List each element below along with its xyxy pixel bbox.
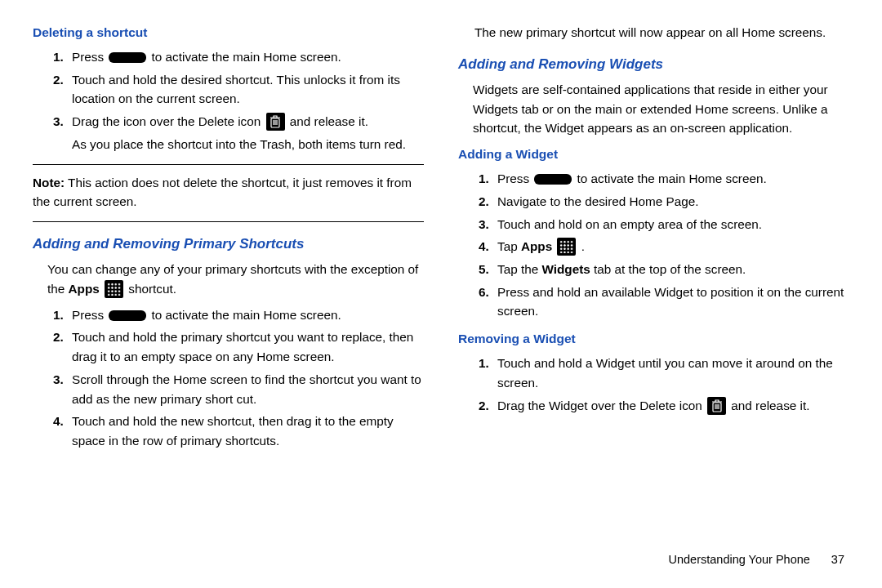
intro-text: You can change any of your primary short…: [47, 262, 418, 296]
step-note: As you place the shortcut into the Trash…: [72, 135, 424, 154]
list-item: Navigate to the desired Home Page.: [492, 192, 849, 212]
step-text: Press: [72, 50, 107, 64]
page-footer: Understanding Your Phone 37: [33, 550, 849, 568]
list-item: Press to activate the main Home screen.: [492, 169, 849, 189]
remove-widget-steps: Touch and hold a Widget until you can mo…: [458, 354, 849, 415]
trash-icon: [707, 397, 726, 415]
list-item: Press to activate the main Home screen.: [67, 47, 424, 67]
step-text: to activate the main Home screen.: [573, 172, 766, 185]
heading-primary-shortcuts: Adding and Removing Primary Shortcuts: [33, 234, 424, 255]
step-text: Drag the icon over the Delete icon: [72, 114, 265, 128]
list-item: Tap Apps .: [492, 237, 849, 256]
divider: [33, 164, 424, 165]
footer-section: Understanding Your Phone: [668, 553, 809, 566]
step-text: .: [577, 239, 585, 253]
list-item: Touch and hold the primary shortcut you …: [67, 327, 424, 366]
heading-adding-widget: Adding a Widget: [458, 145, 849, 164]
apps-grid-icon: [105, 280, 123, 298]
intro-text: shortcut.: [125, 282, 176, 296]
note-label: Note:: [33, 176, 65, 189]
note: Note: This action does not delete the sh…: [33, 173, 424, 212]
right-column: The new primary shortcut will now appear…: [458, 20, 849, 542]
list-item: Touch and hold the new shortcut, then dr…: [67, 412, 424, 450]
primary-shortcut-steps: Press to activate the main Home screen. …: [33, 305, 424, 451]
step-text: Tap the: [497, 262, 541, 276]
list-item: Scroll through the Home screen to find t…: [67, 370, 424, 408]
list-item: Tap the Widgets tab at the top of the sc…: [492, 260, 849, 279]
step-text: Drag the Widget over the Delete icon: [497, 399, 706, 412]
step-text: tab at the top of the screen.: [590, 262, 746, 276]
list-item: Touch and hold a Widget until you can mo…: [492, 354, 849, 392]
widgets-intro: Widgets are self-contained applications …: [473, 80, 849, 138]
step-text: to activate the main Home screen.: [148, 308, 341, 322]
step-text: to activate the main Home screen.: [148, 50, 341, 64]
apps-label: Apps: [69, 282, 100, 296]
list-item: Drag the icon over the Delete icon and r…: [67, 112, 424, 154]
list-item: Press to activate the main Home screen.: [67, 305, 424, 325]
page-number: 37: [831, 550, 844, 568]
delete-shortcut-steps: Press to activate the main Home screen. …: [33, 47, 424, 154]
step-text: Tap: [497, 239, 521, 253]
list-item: Touch and hold on an empty area of the s…: [492, 215, 849, 234]
home-button-icon: [109, 52, 146, 63]
continuation-text: The new primary shortcut will now appear…: [474, 23, 849, 42]
step-text: and release it.: [728, 399, 809, 412]
left-column: Deleting a shortcut Press to activate th…: [33, 20, 424, 542]
list-item: Touch and hold the desired shortcut. Thi…: [67, 70, 424, 109]
heading-widgets: Adding and Removing Widgets: [458, 54, 849, 75]
divider: [33, 221, 424, 222]
add-widget-steps: Press to activate the main Home screen. …: [458, 169, 849, 321]
note-text: This action does not delete the shortcut…: [33, 176, 412, 209]
home-button-icon: [534, 174, 572, 185]
apps-label: Apps: [521, 239, 552, 253]
list-item: Press and hold an available Widget to po…: [492, 283, 849, 321]
home-button-icon: [109, 310, 146, 321]
primary-intro: You can change any of your primary short…: [47, 260, 424, 298]
step-text: Press: [72, 308, 107, 322]
widgets-label: Widgets: [541, 262, 590, 276]
heading-deleting-shortcut: Deleting a shortcut: [33, 23, 424, 42]
apps-grid-icon: [557, 238, 576, 256]
heading-removing-widget: Removing a Widget: [458, 329, 849, 349]
list-item: Drag the Widget over the Delete icon and…: [492, 396, 849, 416]
step-text: Press: [497, 172, 532, 185]
step-text: and release it.: [287, 114, 368, 128]
trash-icon: [266, 113, 285, 131]
